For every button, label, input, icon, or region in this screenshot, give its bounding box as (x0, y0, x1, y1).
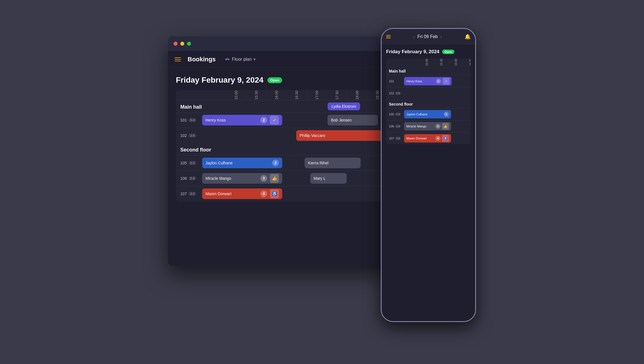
phone-guest-count: 2 (444, 112, 449, 117)
booking-bob-jensen[interactable]: Bob Jensen (328, 115, 378, 125)
app-title: Bookings (188, 56, 216, 63)
phone-header: ‹ Fri 09 Feb › 🔔 (382, 29, 475, 45)
room-label-105: 105 2-3 (176, 161, 201, 165)
mobile-phone: ‹ Fri 09 Feb › 🔔 Friday February 9, 2024… (381, 28, 476, 322)
phone-time-1630: 16:30 (463, 59, 471, 66)
phone-section-second-floor: Second floor (386, 99, 471, 108)
booking-name: Henry Koss (206, 118, 226, 122)
maximize-button[interactable] (187, 42, 191, 46)
phone-room-label-101: 101 (386, 80, 403, 83)
floor-plan-button[interactable]: Floor plan ▾ (225, 57, 256, 62)
phone-check-icon: ✓ (443, 78, 449, 85)
time-slot-1600: 16:00 (267, 90, 287, 100)
room-label-106: 106 2-4 (176, 176, 201, 181)
booking-miracle-mango[interactable]: Miracle Mango 3 👍 (202, 173, 282, 184)
time-slot-1530: 15:30 (246, 90, 267, 100)
phone-date-navigation: ‹ Fri 09 Feb › (393, 34, 462, 39)
phone-body: Friday February 9, 2024 Open 15:00 15:30… (382, 45, 475, 321)
phone-hamburger-icon[interactable] (386, 35, 391, 38)
guest-count: 3 (260, 175, 267, 182)
full-date-title: Friday February 9, 2024 (176, 76, 263, 85)
phone-room-label-107: 107 2-5 (386, 137, 403, 140)
phone-time-1500: 15:00 (420, 59, 434, 66)
phone-thumb-icon: 👍 (442, 123, 449, 130)
booking-name: Miracle Mango (206, 176, 231, 181)
svg-point-1 (228, 59, 229, 60)
scene: Bookings Floor plan ▾ ‹ Fri 09 Feb › Fri… (168, 28, 476, 336)
booking-name: Phillip Vaccaro (300, 133, 325, 138)
phone-room-label-102: 102 2-5 (386, 92, 403, 95)
floor-plan-label: Floor plan (232, 57, 252, 62)
phone-booking-maren[interactable]: Maren Dorwart 4 ♿ (404, 134, 451, 143)
phone-timeline-105: Jaylon Culhane 2 (403, 108, 471, 120)
booking-henry-koss[interactable]: Henry Koss 2 ✓ (202, 115, 282, 125)
phone-booking-name: Jaylon Culhane (406, 113, 428, 116)
thumb-icon: 👍 (270, 174, 279, 183)
tooltip-lydia-ekstrom: Lydia Ekstrom (328, 102, 360, 110)
phone-room-label-105: 105 2-3 (386, 113, 403, 116)
booking-name: Mary L (314, 176, 326, 181)
phone-room-106: 106 2-4 Miracle Mango 3 👍 (386, 120, 471, 132)
time-slot-1700: 17:00 (307, 90, 327, 100)
phone-booking-jaylon[interactable]: Jaylon Culhane 2 (404, 110, 451, 118)
check-icon: ✓ (270, 116, 279, 125)
phone-timeline-101: Henry Koss 2 ✓ (403, 75, 471, 87)
phone-prev-arrow[interactable]: ‹ (413, 34, 415, 39)
svg-point-0 (225, 59, 227, 60)
floor-plan-chevron: ▾ (253, 57, 256, 62)
guest-count: 2 (260, 117, 267, 123)
booking-name: Maren Dorwart (206, 192, 232, 196)
close-button[interactable] (174, 42, 178, 46)
booking-kierra-rihel[interactable]: Kierra Rihel (305, 158, 361, 168)
room-label-107: 107 2-5 (176, 192, 201, 196)
booking-name: Bob Jensen (331, 118, 352, 122)
floor-plan-icon (225, 57, 230, 62)
phone-current-date: Fri 09 Feb (417, 34, 438, 39)
guest-count: 2 (272, 160, 279, 166)
phone-wheelchair-icon: ♿ (442, 135, 449, 142)
phone-room-107: 107 2-5 Maren Dorwart 4 ♿ (386, 132, 471, 144)
phone-date-header: Friday February 9, 2024 Open (386, 49, 471, 55)
phone-next-arrow[interactable]: › (440, 34, 442, 39)
phone-booking-name: Maren Dorwart (406, 137, 427, 140)
phone-timeline-102 (403, 87, 471, 99)
phone-booking-miracle[interactable]: Miracle Mango 3 👍 (404, 122, 451, 130)
status-badge: Open (267, 77, 282, 83)
svg-point-2 (227, 58, 228, 59)
phone-booking-henry-koss[interactable]: Henry Koss 2 ✓ (404, 77, 452, 85)
time-slot-1730: 17:30 (327, 90, 347, 100)
phone-guest-count: 4 (435, 136, 440, 141)
phone-full-date: Friday February 9, 2024 (386, 49, 439, 55)
time-slot-1500: 15:00 (226, 90, 246, 100)
bell-icon[interactable]: 🔔 (465, 34, 471, 40)
guest-count: 4 (260, 190, 267, 197)
phone-guest-count: 3 (435, 124, 440, 129)
phone-room-101: 101 Henry Koss 2 ✓ (386, 75, 471, 87)
booking-maren-dorwart[interactable]: Maren Dorwart 4 ♿ (202, 188, 282, 199)
time-slot-1630: 16:30 (287, 90, 307, 100)
room-label-101: 101 2-3 (176, 118, 201, 122)
hamburger-icon[interactable] (175, 57, 181, 61)
booking-mary-l[interactable]: Mary L (310, 173, 347, 184)
phone-booking-name: Henry Koss (406, 80, 422, 83)
room-label-102: 102 2-5 (176, 133, 201, 138)
phone-schedule-grid: 15:00 15:30 16:00 16:30 17:00 17:30 Main… (386, 59, 471, 144)
booking-name: Kierra Rihel (308, 161, 328, 165)
phone-section-main-hall: Main hall (386, 66, 471, 75)
phone-booking-name: Miracle Mango (406, 125, 426, 128)
time-slot-1800: 18:00 (347, 90, 367, 100)
booking-name: Jaylon Culhane (206, 161, 233, 165)
phone-timeline-107: Maren Dorwart 4 ♿ (403, 132, 471, 144)
phone-room-105: 105 2-3 Jaylon Culhane 2 (386, 108, 471, 120)
phone-room-label-106: 106 2-4 (386, 125, 403, 128)
phone-status-badge: Open (442, 50, 454, 54)
phone-timeline-106: Miracle Mango 3 👍 (403, 120, 471, 132)
phone-room-102: 102 2-5 (386, 87, 471, 99)
phone-guest-count: 2 (436, 79, 441, 84)
phone-time-1600: 16:00 (449, 59, 463, 66)
booking-jaylon-culhane[interactable]: Jaylon Culhane 2 (202, 158, 282, 168)
minimize-button[interactable] (180, 42, 184, 46)
phone-time-header: 15:00 15:30 16:00 16:30 17:00 17:30 (386, 59, 471, 66)
wheelchair-icon: ♿ (270, 189, 279, 198)
phone-time-1530: 15:30 (434, 59, 449, 66)
